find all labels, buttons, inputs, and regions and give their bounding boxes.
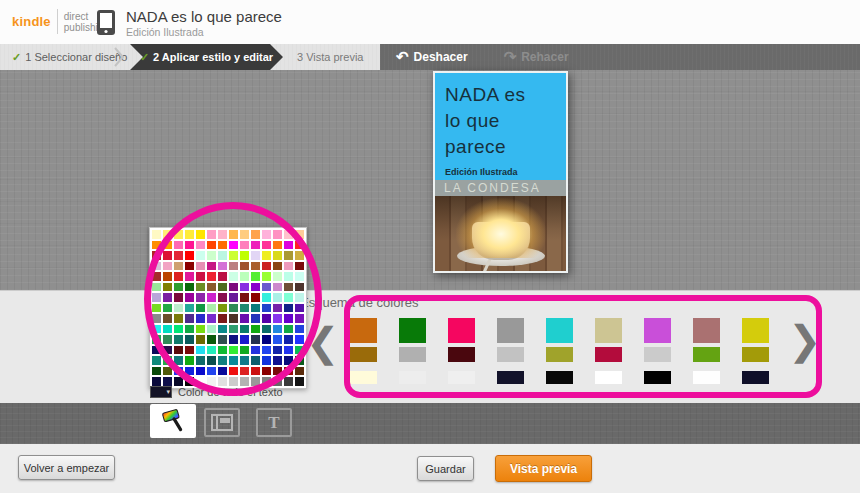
palette-color-cell[interactable]	[218, 272, 227, 281]
palette-color-cell[interactable]	[273, 230, 282, 239]
palette-color-cell[interactable]	[229, 377, 238, 386]
palette-color-cell[interactable]	[174, 377, 183, 386]
palette-color-cell[interactable]	[163, 304, 172, 313]
palette-color-cell[interactable]	[185, 262, 194, 271]
palette-color-cell[interactable]	[185, 346, 194, 355]
tab-vista-previa[interactable]: 3 Vista previa	[297, 44, 363, 70]
palette-color-cell[interactable]	[284, 356, 293, 365]
color-scheme-swatch[interactable]	[448, 318, 475, 384]
palette-color-cell[interactable]	[251, 283, 260, 292]
palette-color-cell[interactable]	[295, 241, 304, 250]
palette-color-cell[interactable]	[174, 251, 183, 260]
palette-color-cell[interactable]	[295, 356, 304, 365]
palette-color-cell[interactable]	[218, 262, 227, 271]
palette-color-cell[interactable]	[229, 356, 238, 365]
palette-color-cell[interactable]	[196, 293, 205, 302]
palette-color-cell[interactable]	[251, 251, 260, 260]
palette-color-cell[interactable]	[152, 251, 161, 260]
palette-color-cell[interactable]	[207, 356, 216, 365]
palette-color-cell[interactable]	[163, 356, 172, 365]
palette-color-cell[interactable]	[174, 335, 183, 344]
palette-color-cell[interactable]	[207, 325, 216, 334]
palette-color-cell[interactable]	[284, 283, 293, 292]
palette-color-cell[interactable]	[196, 356, 205, 365]
color-scheme-swatch[interactable]	[595, 318, 622, 384]
palette-color-cell[interactable]	[196, 367, 205, 376]
palette-color-cell[interactable]	[207, 241, 216, 250]
palette-color-cell[interactable]	[163, 241, 172, 250]
palette-color-cell[interactable]	[251, 325, 260, 334]
palette-color-cell[interactable]	[207, 262, 216, 271]
palette-color-cell[interactable]	[163, 335, 172, 344]
palette-color-cell[interactable]	[218, 251, 227, 260]
palette-color-cell[interactable]	[163, 346, 172, 355]
palette-color-cell[interactable]	[262, 367, 271, 376]
palette-color-cell[interactable]	[262, 251, 271, 260]
palette-color-cell[interactable]	[273, 262, 282, 271]
palette-color-cell[interactable]	[152, 304, 161, 313]
palette-color-cell[interactable]	[185, 230, 194, 239]
palette-color-cell[interactable]	[251, 272, 260, 281]
palette-color-cell[interactable]	[229, 262, 238, 271]
palette-color-cell[interactable]	[273, 251, 282, 260]
palette-color-cell[interactable]	[152, 377, 161, 386]
palette-color-cell[interactable]	[251, 367, 260, 376]
palette-color-cell[interactable]	[218, 293, 227, 302]
layout-tool-button[interactable]	[204, 408, 240, 437]
cover-title-area[interactable]: NADA eslo queparece Edición Ilustrada	[435, 73, 566, 180]
palette-color-cell[interactable]	[295, 283, 304, 292]
palette-color-cell[interactable]	[273, 335, 282, 344]
palette-color-cell[interactable]	[251, 335, 260, 344]
palette-color-cell[interactable]	[152, 230, 161, 239]
palette-color-cell[interactable]	[196, 283, 205, 292]
palette-color-cell[interactable]	[229, 230, 238, 239]
palette-color-cell[interactable]	[185, 272, 194, 281]
palette-color-cell[interactable]	[273, 304, 282, 313]
palette-color-cell[interactable]	[218, 367, 227, 376]
palette-color-cell[interactable]	[251, 356, 260, 365]
palette-color-cell[interactable]	[262, 346, 271, 355]
palette-color-cell[interactable]	[284, 335, 293, 344]
palette-color-cell[interactable]	[262, 283, 271, 292]
palette-color-cell[interactable]	[295, 367, 304, 376]
preview-button[interactable]: Vista previa	[495, 455, 592, 482]
color-scheme-swatch[interactable]	[350, 318, 377, 384]
palette-color-cell[interactable]	[262, 293, 271, 302]
palette-color-cell[interactable]	[262, 262, 271, 271]
palette-color-cell[interactable]	[196, 325, 205, 334]
palette-color-cell[interactable]	[284, 377, 293, 386]
palette-color-cell[interactable]	[229, 335, 238, 344]
palette-color-cell[interactable]	[185, 356, 194, 365]
palette-color-cell[interactable]	[218, 314, 227, 323]
palette-color-cell[interactable]	[218, 325, 227, 334]
palette-color-cell[interactable]	[174, 272, 183, 281]
palette-color-cell[interactable]	[185, 367, 194, 376]
palette-color-cell[interactable]	[152, 325, 161, 334]
palette-color-cell[interactable]	[229, 272, 238, 281]
palette-color-cell[interactable]	[262, 356, 271, 365]
cover-edition-text[interactable]: Edición Ilustrada	[445, 167, 558, 177]
palette-color-cell[interactable]	[174, 230, 183, 239]
palette-color-cell[interactable]	[207, 230, 216, 239]
palette-color-cell[interactable]	[273, 293, 282, 302]
palette-color-cell[interactable]	[262, 241, 271, 250]
palette-color-cell[interactable]	[207, 377, 216, 386]
palette-color-cell[interactable]	[240, 325, 249, 334]
palette-color-cell[interactable]	[196, 304, 205, 313]
palette-color-cell[interactable]	[152, 283, 161, 292]
palette-color-cell[interactable]	[284, 230, 293, 239]
cover-photo[interactable]	[435, 196, 566, 271]
palette-color-cell[interactable]	[163, 314, 172, 323]
palette-color-cell[interactable]	[163, 251, 172, 260]
palette-color-cell[interactable]	[152, 346, 161, 355]
palette-color-cell[interactable]	[207, 272, 216, 281]
palette-color-cell[interactable]	[295, 272, 304, 281]
palette-color-cell[interactable]	[185, 314, 194, 323]
palette-color-cell[interactable]	[240, 304, 249, 313]
palette-color-cell[interactable]	[284, 251, 293, 260]
palette-color-cell[interactable]	[152, 293, 161, 302]
color-scheme-swatch[interactable]	[497, 318, 524, 384]
palette-color-cell[interactable]	[152, 314, 161, 323]
palette-color-cell[interactable]	[240, 367, 249, 376]
scheme-next-arrow[interactable]: ❯	[788, 320, 822, 360]
